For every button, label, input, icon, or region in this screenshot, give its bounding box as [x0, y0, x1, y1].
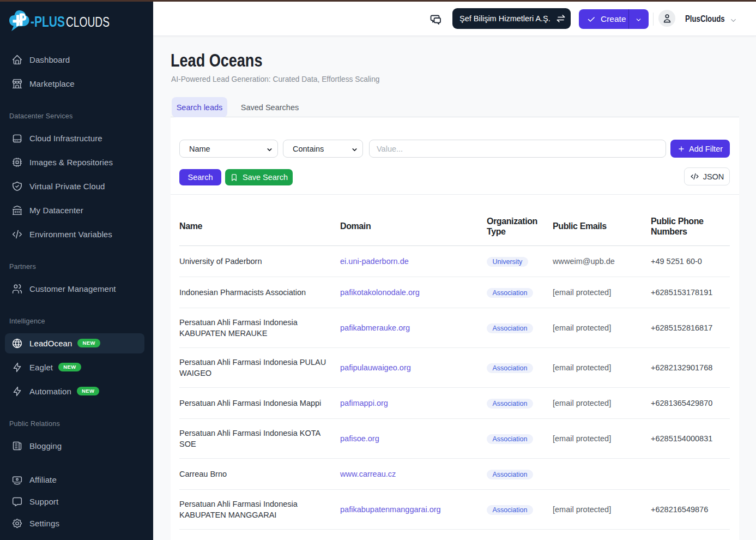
svg-text:-PLUS: -PLUS: [31, 14, 65, 30]
svg-text:CLOUDS: CLOUDS: [66, 14, 110, 30]
